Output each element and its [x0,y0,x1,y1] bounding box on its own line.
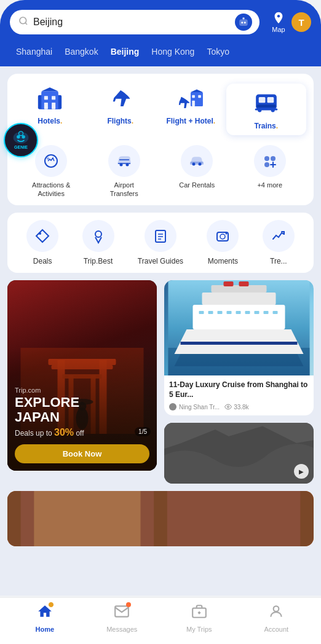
quick-link-trending[interactable]: Tre... [263,220,295,265]
more-icon [254,145,286,177]
svg-line-1 [25,23,27,25]
search-bar[interactable]: Beijing [10,10,260,34]
views-count: 33.8k [234,404,248,410]
car-rentals-icon [181,145,213,177]
svg-rect-65 [218,311,223,314]
map-button[interactable]: Map [272,11,285,33]
city-tab-bangkok[interactable]: Bangkok [58,44,104,59]
svg-point-84 [274,606,279,611]
cruise-views: 33.8k [224,403,248,410]
quick-links-card: Deals Trip.Best Travel Guide [7,213,314,273]
search-bar-wrapper: Beijing [10,10,260,34]
guides-icon [145,220,176,252]
food-card[interactable] [7,491,314,546]
svg-rect-63 [199,311,204,314]
service-flight-hotel[interactable]: Flight + Hotel. [156,84,226,135]
bottom-nav: Home Messages My Trips [0,597,321,644]
city-tabs: Shanghai Bangkok Beijing Hong Kong Tokyo [0,41,321,66]
header-right: Map T [272,11,311,33]
quick-link-deals[interactable]: Deals [26,220,58,265]
svg-rect-27 [255,108,277,110]
svg-rect-62 [212,285,267,293]
japan-card-content: Trip.com EXPLOREJAPAN Deals up to 30% of… [7,379,157,471]
svg-rect-70 [264,311,269,314]
service-trains[interactable]: Trains. [226,84,307,135]
nav-my-trips[interactable]: My Trips [160,603,238,633]
svg-rect-13 [44,96,48,100]
moments-icon [207,220,239,252]
tripbest-label: Trip.Best [84,257,113,265]
svg-point-35 [264,156,269,161]
trains-icon [249,88,283,118]
japan-promo-card[interactable]: Trip.com EXPLOREJAPAN Deals up to 30% of… [7,280,157,471]
svg-point-75 [228,406,229,408]
flight-hotel-icon [173,84,208,113]
map-label: Map [272,26,285,33]
search-input[interactable]: Beijing [33,17,251,28]
trending-icon [263,220,295,252]
svg-rect-18 [192,95,196,98]
services-card: GENIE Hotels. [7,74,314,205]
header: Beijing Map [0,0,321,41]
hotels-label: Hotels. [38,117,62,127]
service-flights[interactable]: Flights. [85,84,156,135]
svg-rect-5 [243,18,245,20]
trending-label: Tre... [270,257,287,265]
svg-rect-66 [227,311,232,314]
messages-badge [126,602,131,607]
cruise-author: Ning Shan Tr... [169,403,220,410]
main-content: GENIE Hotels. [0,66,321,595]
bot-icon[interactable] [235,14,252,31]
messages-label: Messages [106,626,137,633]
nav-messages[interactable]: Messages [84,603,161,633]
home-notification-dot [48,602,54,608]
svg-rect-64 [208,311,213,314]
city-tab-shanghai[interactable]: Shanghai [10,44,58,59]
nav-home[interactable]: Home [6,603,84,633]
svg-rect-16 [52,103,55,109]
svg-rect-23 [267,97,274,103]
services-row-1: Hotels. Flights. [15,84,306,135]
city-tab-tokyo[interactable]: Tokyo [200,44,236,59]
cruise-info: 11-Day Luxury Cruise from Shanghai to 5 … [164,375,314,415]
quick-link-moments[interactable]: Moments [207,220,239,265]
japan-brand: Trip.com [15,387,149,394]
svg-point-38 [39,232,41,235]
svg-rect-20 [192,101,196,106]
svg-point-4 [244,22,246,23]
svg-point-0 [20,17,26,24]
svg-point-39 [95,231,101,237]
bottom-row [7,491,314,546]
city-tab-hongkong[interactable]: Hong Kong [145,44,200,59]
genie-badge[interactable]: GENIE [4,123,38,157]
book-now-button[interactable]: Book Now [15,444,149,463]
quick-link-guides[interactable]: Travel Guides [138,220,183,265]
author-avatar [169,403,176,410]
attractions-label: Attractions &Activities [32,181,70,198]
avatar[interactable]: T [291,12,311,32]
car-rentals-label: Car Rentals [179,181,215,189]
trips-icon [191,603,207,623]
svg-point-29 [47,157,49,160]
city-tab-beijing[interactable]: Beijing [105,44,146,59]
svg-rect-74 [181,342,298,345]
transfers-icon [108,145,140,177]
svg-point-45 [220,234,225,239]
svg-rect-73 [239,281,249,286]
service-more[interactable]: +4 more [234,145,307,198]
quick-link-tripbest[interactable]: Trip.Best [82,220,114,265]
svg-rect-60 [193,305,285,329]
svg-rect-24 [256,104,275,108]
svg-point-36 [271,156,275,161]
service-car-rentals[interactable]: Car Rentals [160,145,234,198]
nav-account[interactable]: Account [238,603,315,633]
home-label: Home [35,626,54,633]
japan-title: EXPLOREJAPAN [15,395,149,425]
deals-icon [26,220,58,252]
svg-point-37 [264,162,269,167]
service-transfers[interactable]: AirportTransfers [88,145,161,198]
outdoor-card[interactable]: ▶ [164,423,314,484]
cruise-card[interactable]: 11-Day Luxury Cruise from Shanghai to 5 … [164,280,314,415]
svg-rect-72 [224,281,234,286]
deals-label: Deals [33,257,52,265]
